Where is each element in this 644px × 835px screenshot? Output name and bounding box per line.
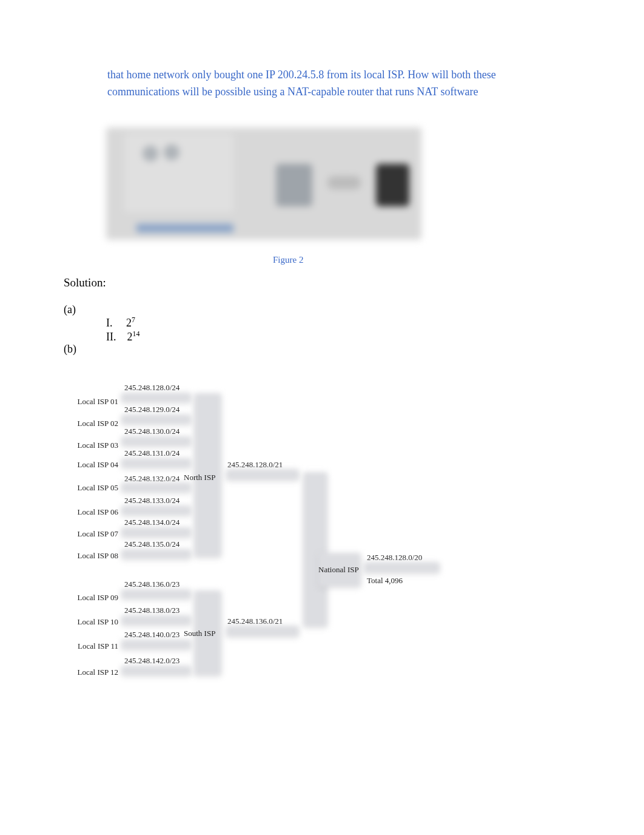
national-isp-total: Total 4,096 [367, 576, 403, 586]
label-local-01: Local ISP 01 [64, 397, 118, 407]
ip-local-06: 245.248.133.0/24 [124, 496, 179, 505]
north-isp-label: North ISP [184, 473, 215, 482]
ip-local-04: 245.248.131.0/24 [124, 448, 179, 458]
question-text: that home network only bought one IP 200… [107, 67, 520, 101]
ip-local-07: 245.248.134.0/24 [124, 518, 179, 527]
south-isp-ip: 245.248.136.0/21 [227, 617, 283, 626]
label-local-08: Local ISP 08 [64, 551, 118, 561]
label-local-11: Local ISP 11 [64, 641, 118, 651]
part-b-label: (b) [64, 343, 76, 356]
answer-i-label: I. [106, 317, 113, 329]
ip-local-02: 245.248.129.0/24 [124, 405, 179, 414]
ip-local-12: 245.248.142.0/23 [124, 656, 179, 666]
answer-ii-exp: 14 [133, 330, 140, 338]
label-local-05: Local ISP 05 [64, 483, 118, 493]
answer-i-exp: 7 [132, 316, 135, 324]
label-local-06: Local ISP 06 [64, 507, 118, 517]
ip-local-01: 245.248.128.0/24 [124, 383, 179, 393]
national-isp-ip: 245.248.128.0/20 [367, 553, 422, 563]
label-local-07: Local ISP 07 [64, 529, 118, 539]
ip-local-10: 245.248.138.0/23 [124, 606, 179, 615]
answer-list: I. 27 II. 214 [106, 316, 140, 343]
answer-i-base: 2 [126, 317, 132, 329]
answer-ii-label: II. [106, 331, 116, 343]
ip-local-09: 245.248.136.0/23 [124, 580, 179, 589]
south-isp-label: South ISP [184, 629, 215, 638]
label-local-12: Local ISP 12 [64, 668, 118, 677]
label-local-03: Local ISP 03 [64, 441, 118, 450]
isp-diagram: 245.248.128.0/24 Local ISP 01 245.248.12… [64, 378, 518, 688]
figure-2-image [106, 127, 421, 240]
ip-local-03: 245.248.130.0/24 [124, 427, 179, 436]
north-isp-ip: 245.248.128.0/21 [227, 460, 283, 470]
solution-header: Solution: [64, 276, 106, 289]
label-local-04: Local ISP 04 [64, 460, 118, 470]
figure-caption: Figure 2 [273, 255, 303, 265]
label-local-09: Local ISP 09 [64, 593, 118, 603]
part-a-label: (a) [64, 303, 76, 316]
answer-ii-base: 2 [127, 331, 133, 343]
ip-local-08: 245.248.135.0/24 [124, 539, 179, 549]
label-local-02: Local ISP 02 [64, 419, 118, 428]
ip-local-11: 245.248.140.0/23 [124, 630, 179, 640]
national-isp-label: National ISP [318, 565, 359, 575]
label-local-10: Local ISP 10 [64, 617, 118, 627]
